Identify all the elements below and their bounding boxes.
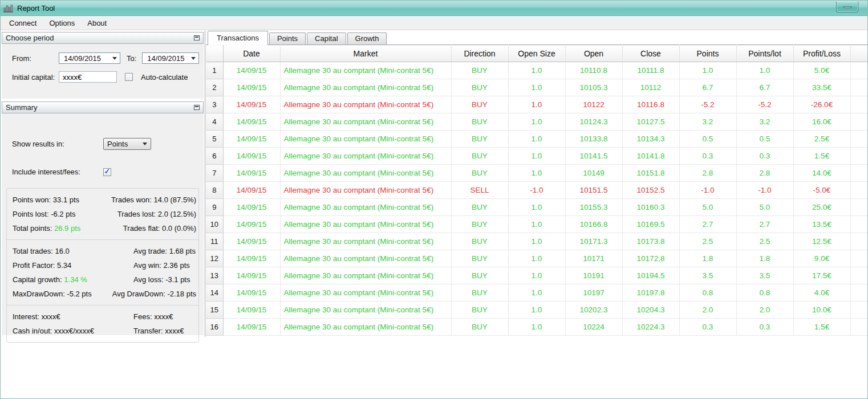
cell-points: 0.3 <box>679 148 736 165</box>
stat-value: 33.1 pts <box>53 196 79 204</box>
row-number: 2 <box>206 79 223 96</box>
cell-date: 14/09/15 <box>223 216 280 233</box>
cell-points-lot: 1.8 <box>736 250 793 267</box>
cell-points: 0.8 <box>679 284 736 302</box>
cell-open: 10151.5 <box>565 182 622 199</box>
cell-market: Allemagne 30 au comptant (Mini-contrat 5… <box>280 199 451 216</box>
table-row-2[interactable]: 214/09/15Allemagne 30 au comptant (Mini-… <box>206 79 868 96</box>
cell-open-size: 1.0 <box>508 79 565 96</box>
tab-bar: TransactionsPointsCapitalGrowth <box>206 31 868 44</box>
menu-item-about[interactable]: About <box>81 17 113 30</box>
cell-direction: SELL <box>451 182 508 199</box>
left-panel-area: Choose period From: 14/09/2015 To: 14/09… <box>1 31 204 337</box>
float-panel-icon[interactable] <box>194 105 200 110</box>
cell-direction: BUY <box>451 233 508 250</box>
table-row-9[interactable]: 914/09/15Allemagne 30 au comptant (Mini-… <box>206 199 868 216</box>
table-row-12[interactable]: 1214/09/15Allemagne 30 au comptant (Mini… <box>206 250 868 267</box>
cell-open: 10105.3 <box>565 79 622 96</box>
table-row-4[interactable]: 414/09/15Allemagne 30 au comptant (Mini-… <box>206 113 868 131</box>
table-row-1[interactable]: 114/09/15Allemagne 30 au comptant (Mini-… <box>206 62 868 79</box>
stat-row: Points lost: -6.2 ptsTrades lost: 2.0 (1… <box>13 207 196 221</box>
cell-close: 10141.8 <box>622 148 679 165</box>
to-label: To: <box>127 54 136 63</box>
cell-profit-loss: 14.0€ <box>793 165 850 182</box>
stat-label: Points won: <box>13 196 53 204</box>
cell-open-size: -1.0 <box>508 182 565 199</box>
cell-market: Allemagne 30 au comptant (Mini-contrat 5… <box>280 233 451 250</box>
cell-points-lot: 2.0 <box>736 302 793 319</box>
cell-market: Allemagne 30 au comptant (Mini-contrat 5… <box>280 113 451 131</box>
from-date-select[interactable]: 14/09/2015 <box>59 52 120 64</box>
initial-capital-input[interactable] <box>59 71 117 83</box>
cell-filler <box>850 250 868 267</box>
column-header-open[interactable]: Open <box>565 45 622 62</box>
tab-points[interactable]: Points <box>269 32 306 44</box>
column-header-points-lot[interactable]: Points/lot <box>736 45 793 62</box>
cell-market: Allemagne 30 au comptant (Mini-contrat 5… <box>280 319 451 336</box>
include-fees-checkbox[interactable] <box>103 168 111 176</box>
row-number: 13 <box>206 267 223 284</box>
cell-direction: BUY <box>451 96 508 113</box>
summary-header[interactable]: Summary <box>2 101 204 113</box>
table-row-10[interactable]: 1014/09/15Allemagne 30 au comptant (Mini… <box>206 216 868 233</box>
cell-open-size: 1.0 <box>508 165 565 182</box>
auto-calculate-checkbox[interactable] <box>125 73 133 81</box>
to-date-select[interactable]: 14/09/2015 <box>142 52 199 64</box>
table-row-8[interactable]: 814/09/15Allemagne 30 au comptant (Mini-… <box>206 182 868 199</box>
stat-label: Avg loss: <box>133 275 165 284</box>
column-header-open-size[interactable]: Open Size <box>508 45 565 62</box>
tab-growth[interactable]: Growth <box>347 32 387 44</box>
stat-avg-win: Avg win: 2.36 pts <box>133 258 196 272</box>
cell-date: 14/09/15 <box>223 113 280 131</box>
stat-value: 0.0 (0.0%) <box>162 224 196 233</box>
menu-item-connect[interactable]: Connect <box>3 17 43 30</box>
tab-transactions[interactable]: Transactions <box>208 31 268 45</box>
table-row-13[interactable]: 1314/09/15Allemagne 30 au comptant (Mini… <box>206 267 868 284</box>
cell-open-size: 1.0 <box>508 199 565 216</box>
column-header-date[interactable]: Date <box>223 45 280 62</box>
cell-close: 10197.8 <box>622 284 679 302</box>
cell-profit-loss: 1.5€ <box>793 148 850 165</box>
minimize-button[interactable] <box>836 2 858 13</box>
choose-period-header[interactable]: Choose period <box>2 32 204 44</box>
table-row-7[interactable]: 714/09/15Allemagne 30 au comptant (Mini-… <box>206 165 868 182</box>
row-number: 10 <box>206 216 223 233</box>
column-header-profit-loss[interactable]: Profit/Loss <box>793 45 850 62</box>
cell-date: 14/09/15 <box>223 96 280 113</box>
stat-label: Interest: <box>13 312 42 321</box>
cell-date: 14/09/15 <box>223 302 280 319</box>
table-row-11[interactable]: 1114/09/15Allemagne 30 au comptant (Mini… <box>206 233 868 250</box>
tab-capital[interactable]: Capital <box>307 32 346 44</box>
cell-filler <box>850 199 868 216</box>
table-row-16[interactable]: 1614/09/15Allemagne 30 au comptant (Mini… <box>206 319 868 336</box>
report-area: TransactionsPointsCapitalGrowth DateMark… <box>206 31 868 336</box>
column-header-close[interactable]: Close <box>622 45 679 62</box>
cell-open-size: 1.0 <box>508 302 565 319</box>
cell-points-lot: 3.5 <box>736 267 793 284</box>
cell-points-lot: 0.8 <box>736 284 793 302</box>
table-row-14[interactable]: 1414/09/15Allemagne 30 au comptant (Mini… <box>206 284 868 302</box>
stat-trades-lost: Trades lost: 2.0 (12.5%) <box>117 207 196 221</box>
cell-profit-loss: 16.0€ <box>793 113 850 131</box>
cell-points: 1.8 <box>679 250 736 267</box>
stat-label: Trades lost: <box>117 210 158 218</box>
cell-market: Allemagne 30 au comptant (Mini-contrat 5… <box>280 302 451 319</box>
stat-value: xxxx€ <box>42 312 60 321</box>
column-header-market[interactable]: Market <box>280 45 451 62</box>
show-results-select[interactable]: Points <box>103 138 151 150</box>
stat-value: 26.9 pts <box>54 224 80 233</box>
table-row-5[interactable]: 514/09/15Allemagne 30 au comptant (Mini-… <box>206 131 868 148</box>
choose-period-body: From: 14/09/2015 To: 14/09/2015 Initial … <box>2 44 204 99</box>
float-panel-icon[interactable] <box>194 35 200 40</box>
menu-item-options[interactable]: Options <box>43 17 81 30</box>
column-header-points[interactable]: Points <box>679 45 736 62</box>
table-row-3[interactable]: 314/09/15Allemagne 30 au comptant (Mini-… <box>206 96 868 113</box>
cell-points-lot: 0.5 <box>736 131 793 148</box>
table-row-6[interactable]: 614/09/15Allemagne 30 au comptant (Mini-… <box>206 148 868 165</box>
cell-points: 3.2 <box>679 113 736 131</box>
cell-close: 10173.8 <box>622 233 679 250</box>
cell-close: 10116.8 <box>622 96 679 113</box>
column-header-direction[interactable]: Direction <box>451 45 508 62</box>
cell-open: 10133.8 <box>565 131 622 148</box>
table-row-15[interactable]: 1514/09/15Allemagne 30 au comptant (Mini… <box>206 302 868 319</box>
